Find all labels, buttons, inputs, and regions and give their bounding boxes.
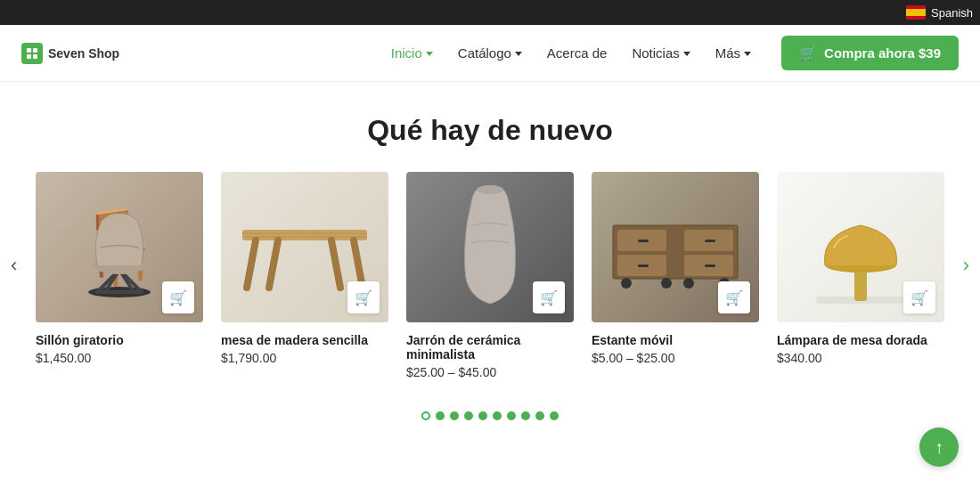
dot-6[interactable] — [507, 411, 516, 420]
dot-9[interactable] — [550, 411, 559, 420]
add-to-cart-button[interactable]: 🛒 — [718, 281, 750, 313]
dot-2[interactable] — [450, 411, 459, 420]
nav-item-catalogo[interactable]: Catálogo — [449, 38, 531, 68]
nav-item-mas[interactable]: Más — [706, 38, 760, 68]
nav-link-mas[interactable]: Más — [706, 38, 760, 68]
add-to-cart-button[interactable]: 🛒 — [533, 281, 565, 313]
product-image-table: 🛒 — [221, 172, 388, 322]
chevron-down-icon — [683, 52, 690, 56]
nav-link-noticias[interactable]: Noticias — [623, 38, 698, 68]
product-name: mesa de madera sencilla — [221, 333, 388, 347]
svg-rect-2 — [27, 54, 31, 59]
carousel-dots — [0, 401, 980, 435]
buy-button[interactable]: 🛒 Compra ahora $39 — [781, 36, 959, 70]
svg-rect-20 — [638, 240, 649, 242]
cart-icon: 🛒 — [355, 289, 372, 306]
product-price: $1,790.00 — [221, 351, 388, 365]
svg-point-26 — [661, 278, 672, 289]
svg-rect-22 — [638, 264, 649, 267]
product-card: 🛒 Jarrón de cerámica minimalista $25.00 … — [406, 172, 574, 379]
svg-rect-21 — [705, 240, 715, 242]
navbar: Seven Shop Inicio Catálogo Acerca de Not… — [0, 25, 980, 82]
svg-point-14 — [477, 185, 503, 194]
language-selector[interactable]: Spanish — [906, 5, 973, 20]
nav-link-inicio[interactable]: Inicio — [382, 38, 442, 68]
dot-1[interactable] — [436, 411, 445, 420]
add-to-cart-button[interactable]: 🛒 — [162, 281, 194, 313]
product-price: $1,450.00 — [36, 351, 203, 365]
product-image-shelf: 🛒 — [592, 172, 759, 322]
product-price: $340.00 — [777, 351, 944, 365]
svg-point-24 — [621, 278, 632, 289]
svg-rect-23 — [705, 264, 715, 267]
chevron-down-icon — [744, 52, 751, 56]
cart-icon: 🛒 — [911, 289, 928, 306]
products-grid: 🛒 Sillón giratorio $1,450.00 — [36, 172, 944, 379]
product-image-vase: 🛒 — [406, 172, 574, 322]
section-title: Qué hay de nuevo — [0, 82, 980, 172]
chevron-down-icon — [515, 52, 522, 56]
dot-7[interactable] — [521, 411, 530, 420]
svg-rect-1 — [33, 48, 37, 53]
top-bar: Spanish — [0, 0, 980, 25]
cart-icon: 🛒 — [725, 289, 743, 306]
product-card: 🛒 Estante móvil $5.00 – $25.00 — [592, 172, 759, 379]
product-price: $25.00 – $45.00 — [406, 365, 574, 379]
nav-item-inicio[interactable]: Inicio — [382, 38, 442, 68]
product-price: $5.00 – $25.00 — [592, 351, 759, 365]
language-label: Spanish — [931, 6, 973, 20]
logo-text: Seven Shop — [48, 46, 119, 61]
carousel-arrow-right[interactable]: › — [956, 250, 976, 281]
svg-rect-0 — [27, 48, 31, 53]
nav-item-noticias[interactable]: Noticias — [623, 38, 698, 68]
chevron-down-icon — [426, 52, 433, 56]
products-carousel: ‹ — [0, 172, 980, 379]
flag-icon — [906, 5, 926, 20]
product-card: 🛒 Sillón giratorio $1,450.00 — [36, 172, 203, 379]
dot-3[interactable] — [464, 411, 473, 420]
product-name: Estante móvil — [592, 333, 759, 347]
dot-0[interactable] — [421, 411, 430, 420]
svg-rect-3 — [33, 54, 37, 59]
product-image-lamp: 🛒 — [777, 172, 944, 322]
cart-icon: 🛒 — [540, 289, 558, 306]
dot-8[interactable] — [535, 411, 544, 420]
svg-rect-11 — [242, 230, 367, 240]
product-name: Sillón giratorio — [36, 333, 203, 347]
nav-link-acerca[interactable]: Acerca de — [538, 38, 617, 68]
product-card: 🛒 mesa de madera sencilla $1,790.00 — [221, 172, 388, 379]
dot-5[interactable] — [493, 411, 502, 420]
logo[interactable]: Seven Shop — [21, 43, 119, 64]
cart-icon: 🛒 — [799, 45, 817, 61]
product-card: 🛒 Lámpara de mesa dorada $340.00 — [777, 172, 944, 379]
add-to-cart-button[interactable]: 🛒 — [347, 281, 380, 313]
nav-link-catalogo[interactable]: Catálogo — [449, 38, 531, 68]
product-name: Jarrón de cerámica minimalista — [406, 333, 574, 362]
nav-item-acerca[interactable]: Acerca de — [538, 38, 617, 68]
cart-icon: 🛒 — [169, 289, 187, 306]
add-to-cart-button[interactable]: 🛒 — [903, 281, 935, 313]
product-name: Lámpara de mesa dorada — [777, 333, 944, 347]
logo-icon — [21, 43, 43, 64]
dot-4[interactable] — [478, 411, 487, 420]
nav-links: Inicio Catálogo Acerca de Noticias Más — [382, 38, 760, 68]
svg-point-27 — [683, 278, 694, 289]
product-image-chair: 🛒 — [36, 172, 203, 322]
carousel-arrow-left[interactable]: ‹ — [4, 250, 24, 281]
